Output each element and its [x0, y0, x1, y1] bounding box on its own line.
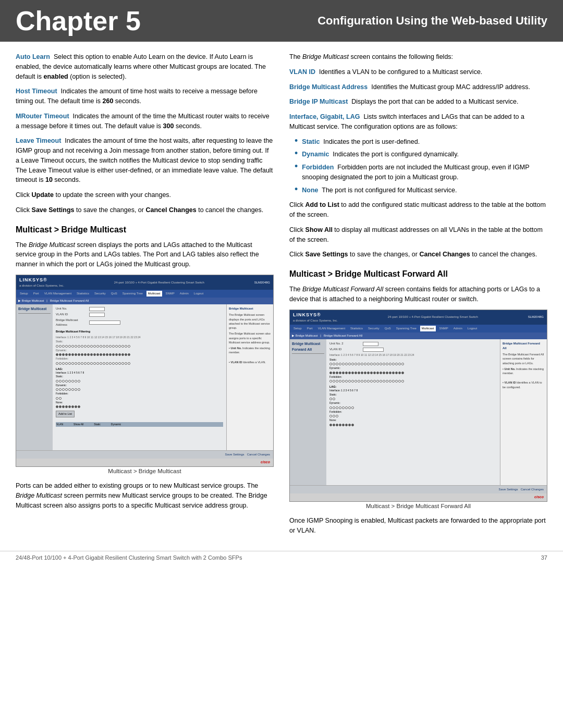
- lag2-none-dots: [329, 424, 358, 426]
- input2-unit[interactable]: [363, 342, 378, 346]
- nav-admin[interactable]: Admin: [178, 291, 190, 297]
- nav2-qos[interactable]: QoS: [383, 326, 393, 331]
- interface-row2: Interface: 1 2 3 4 5 6 7 8 9 10 11 12 13…: [329, 353, 497, 357]
- para-igmp-snooping: Once IGMP Snooping is enabled, Multicast…: [289, 516, 547, 536]
- save-cancel-bar-2: Save Settings Cancel Changes: [290, 485, 547, 493]
- nav2-logout[interactable]: Logout: [466, 326, 479, 331]
- nav-snmp[interactable]: SNMP: [164, 291, 176, 297]
- nav-qos[interactable]: QoS: [109, 291, 119, 297]
- save-cancel-bar-1: Save Settings Cancel Changes: [16, 450, 273, 459]
- para-click-addtolist: Click Add to List to add the configured …: [289, 200, 547, 220]
- lag-static: Static:: [56, 375, 84, 379]
- lag-forbidden: Forbidden:: [56, 392, 84, 396]
- add-to-list-button[interactable]: Add to List: [56, 411, 75, 417]
- nav2-statistics[interactable]: Statistics: [349, 326, 364, 331]
- linksys-form-area-2: Unit No. 2 VLAN ID Interface: 1 2 3 4 5 …: [326, 339, 500, 485]
- input2-vlan[interactable]: [363, 348, 384, 352]
- nav2-vlan[interactable]: VLAN Management: [316, 326, 347, 331]
- sub-nav: ▶ Bridge Multicast | Bridge Multicast Fo…: [16, 298, 273, 304]
- linksys-nav: Setup Port VLAN Management Statistics Se…: [16, 290, 273, 298]
- nav2-port[interactable]: Port: [305, 326, 314, 331]
- nav-statistics[interactable]: Statistics: [75, 291, 91, 297]
- term-autolearn: Auto Learn: [16, 53, 50, 60]
- chapter-title: Chapter 5: [16, 5, 141, 36]
- forbidden-dots: [56, 362, 223, 365]
- para-clicksave: Click Save Settings to save the changes,…: [16, 205, 274, 215]
- input-vlan[interactable]: [89, 313, 105, 317]
- cancel-changes-btn-2[interactable]: Cancel Changes: [521, 488, 544, 491]
- screenshot-bridge-forward-all: LINKSYS® a division of Cisco Systems, In…: [289, 310, 547, 502]
- bullet-forbidden: • Forbidden Forbidden ports are not incl…: [295, 163, 547, 182]
- save-settings-btn-2[interactable]: Save Settings: [499, 488, 518, 491]
- linksys-logo-2: LINKSYS® a division of Cisco Systems, In…: [293, 312, 338, 324]
- para-post-screenshot: Ports can be added either to existing gr…: [16, 481, 274, 510]
- nav-vlan[interactable]: VLAN Management: [43, 291, 73, 297]
- para-bridge-ip: Bridge IP Multicast Displays the port th…: [289, 97, 547, 107]
- term-mroutertimeout: MRouter Timeout: [16, 113, 69, 120]
- model-num-2: SLM2048G: [528, 315, 544, 319]
- cisco-logo-1: cisco: [16, 459, 273, 466]
- cancel-changes-btn-1[interactable]: Cancel Changes: [247, 453, 270, 456]
- update-link: Update: [32, 191, 54, 199]
- save-settings-btn-1[interactable]: Save Settings: [225, 453, 244, 456]
- bullet-dynamic: • Dynamic Indicates the port is configur…: [295, 150, 547, 159]
- nav-multicast[interactable]: Multicast: [146, 291, 162, 297]
- linksys-sidebar-2: Bridge Multicast Forward All: [290, 339, 326, 485]
- nav-logout[interactable]: Logout: [192, 291, 205, 297]
- linksys-header: LINKSYS® a division of Cisco Systems, In…: [16, 275, 273, 290]
- sub-nav-2: ▶ Bridge Multicast | Bridge Multicast Fo…: [290, 332, 547, 339]
- nav2-security[interactable]: Security: [366, 326, 381, 331]
- lag2-static: Static:: [329, 393, 358, 397]
- term-bridge-address: Bridge Multicast Address: [289, 83, 368, 91]
- para-interface: Interface, Gigabit, LAG Lists switch int…: [289, 112, 547, 132]
- nav-security[interactable]: Security: [93, 291, 107, 297]
- para-bridge-intro: The Bridge Multicast screen displays the…: [16, 240, 274, 269]
- caption-forward-all: Multicast > Bridge Multicast Forward All: [289, 502, 547, 511]
- dynamic2-dots: [329, 372, 497, 374]
- section-heading-bridge: Multicast > Bridge Multicast: [16, 224, 274, 236]
- cancel-changes-link-right: Cancel Changes: [419, 251, 470, 258]
- lag2-none: None:: [329, 418, 358, 423]
- nav-port[interactable]: Port: [32, 291, 41, 297]
- default-hosttimeout: 260: [103, 97, 114, 105]
- linksys-nav-2: Setup Port VLAN Management Statistics Se…: [290, 325, 547, 332]
- lag-none: None:: [56, 401, 84, 405]
- lag-forbidden-dots: [56, 397, 84, 400]
- bullet-static: • Static Indicates the port is user-defi…: [295, 137, 547, 147]
- nav2-spanning[interactable]: Spanning Tree: [395, 326, 418, 331]
- static2-dots: [329, 363, 497, 365]
- form-bridge-multicast-label: Bridge Multicast Filtering: [56, 329, 223, 334]
- lag-section-2: LAG: Interface: 1 2 3 4 5 6 7 8 Static: …: [329, 385, 497, 427]
- input-address[interactable]: [89, 320, 120, 325]
- lag-dynamic: Dynamic:: [56, 384, 84, 388]
- para-hosttimeout: Host Timeout Indicates the amount of tim…: [16, 87, 274, 106]
- caption-bridge-multicast: Multicast > Bridge Multicast: [16, 467, 274, 476]
- nav2-admin[interactable]: Admin: [452, 326, 464, 331]
- nav-spanning[interactable]: Spanning Tree: [121, 291, 144, 297]
- nav-setup[interactable]: Setup: [18, 291, 30, 297]
- forward-all-italic: Bridge Multicast Forward All: [302, 286, 383, 293]
- lag2-dynamic-dots: [329, 406, 358, 409]
- term-leavetimeout: Leave Timeout: [16, 137, 61, 144]
- lag2-label: LAG:: [329, 385, 358, 389]
- para-autolearn: Auto Learn Select this option to enable …: [16, 52, 274, 81]
- lag-static-dots: [56, 380, 84, 382]
- para-clickupdate: Click Update to update the screen with y…: [16, 190, 274, 200]
- lag2-forbidden-dots: [329, 415, 358, 417]
- bridge-multicast-italic: Bridge Multicast: [29, 241, 75, 249]
- term-vlanid: VLAN ID: [289, 68, 315, 76]
- right-column: The Bridge Multicast screen contains the…: [289, 52, 547, 540]
- nav2-setup[interactable]: Setup: [292, 326, 303, 331]
- input-unit[interactable]: [89, 307, 105, 311]
- static-label: Static:: [56, 340, 223, 344]
- right-panel-title: Bridge Multicast: [229, 306, 271, 311]
- static2-label: Static:: [329, 358, 497, 362]
- linksys-logo-text: LINKSYS® a division of Cisco Systems, In…: [19, 277, 64, 289]
- para-bridge-address: Bridge Multicast Address Identifies the …: [289, 82, 547, 92]
- para-leavetimeout: Leave Timeout Indicates the amount of ti…: [16, 136, 274, 185]
- nav2-snmp[interactable]: SNMP: [438, 326, 450, 331]
- left-column: Auto Learn Select this option to enable …: [16, 52, 274, 540]
- nav2-multicast[interactable]: Multicast: [420, 326, 436, 331]
- form-row-address: Bridge Multicast Address: [56, 318, 223, 327]
- model-num: SLM2048G: [254, 280, 270, 285]
